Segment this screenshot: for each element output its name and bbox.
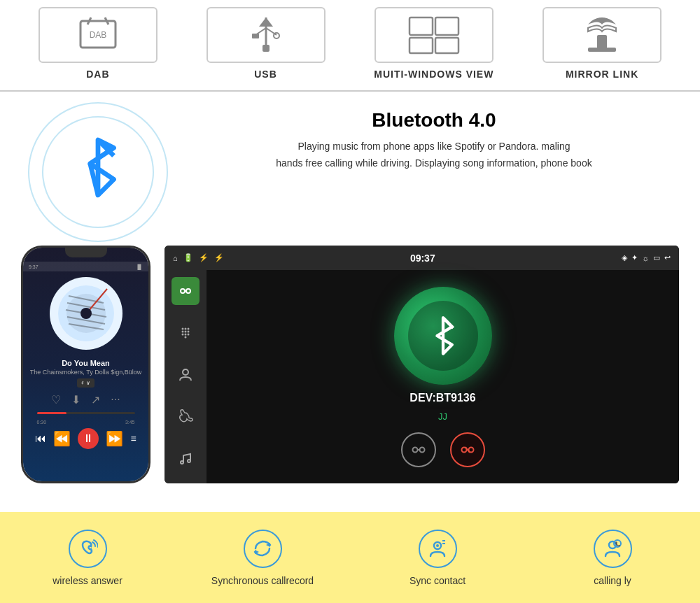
multiwindow-label: MUITI-WINDOWS VIEW <box>374 69 493 80</box>
device-sub: JJ <box>438 411 447 422</box>
phone-controls-row: ♡ ⬇ ↗ ··· <box>51 393 120 406</box>
svg-point-34 <box>185 328 187 330</box>
svg-point-36 <box>182 331 184 333</box>
usb-status-icon: ⚡ <box>199 253 209 262</box>
bluetooth-title: Bluetooth 4.0 <box>189 109 679 132</box>
bt-logo-container <box>42 109 154 235</box>
bottom-features-section: wireless answer Synchronous callrecord S… <box>0 512 700 603</box>
svg-point-41 <box>188 334 190 336</box>
menu-icon: ≡ <box>130 433 136 444</box>
icon-item-mirrorlink: MIRROR LINK <box>542 7 662 80</box>
svg-point-30 <box>181 289 185 293</box>
mirrorlink-icon-box <box>542 7 662 63</box>
svg-point-35 <box>188 328 190 330</box>
usb-label: USB <box>254 69 277 80</box>
phone-song-title: Do You Mean <box>62 359 110 367</box>
svg-rect-13 <box>410 38 433 53</box>
svg-point-45 <box>188 460 190 462</box>
svg-point-42 <box>185 336 187 339</box>
car-status-left: ⌂ 🔋 ⚡ ⚡ <box>173 253 224 262</box>
svg-point-37 <box>185 331 187 333</box>
car-screen: ⌂ 🔋 ⚡ ⚡ 09:37 ◈ ✦ ☼ ▭ ↩ <box>164 246 679 483</box>
next-icon: ⏩ <box>106 430 123 447</box>
multiwindow-icon-box <box>374 7 493 63</box>
bt-disconnect-button[interactable] <box>450 432 485 467</box>
bluetooth-icon <box>70 136 126 208</box>
phone-mockup: 9:37▐▌ <box>21 246 150 483</box>
sidebar-call-icon[interactable] <box>172 403 200 431</box>
svg-marker-5 <box>259 17 273 27</box>
car-main-display: DEV:BT9136 JJ <box>206 270 679 483</box>
demo-section: 9:37▐▌ <box>0 235 700 483</box>
feature-calling-ly: 📞 calling ly <box>536 530 690 586</box>
back-icon: ↩ <box>664 253 671 262</box>
bt-green-circle <box>394 287 492 385</box>
phone-tag: ♯ ∨ <box>77 378 94 388</box>
svg-line-46 <box>443 318 454 328</box>
wireless-answer-label: wireless answer <box>52 575 122 586</box>
play-pause-icon: ⏸ <box>78 428 99 449</box>
svg-rect-12 <box>435 17 458 35</box>
dab-label: DAB <box>86 69 109 80</box>
bt-action-buttons <box>401 432 485 467</box>
home-icon: ⌂ <box>173 254 178 262</box>
brightness-icon: ☼ <box>642 254 649 262</box>
svg-rect-11 <box>410 17 433 35</box>
calling-ly-label: calling ly <box>594 575 631 586</box>
car-status-bar: ⌂ 🔋 ⚡ ⚡ 09:37 ◈ ✦ ☼ ▭ ↩ <box>164 246 679 270</box>
svg-text:DAB: DAB <box>90 30 107 40</box>
svg-rect-16 <box>588 48 616 52</box>
feature-sync-contact: Sync contact <box>360 530 514 586</box>
battery-icon: 🔋 <box>183 253 193 262</box>
bt-white-icon <box>408 301 478 371</box>
svg-point-39 <box>182 334 184 336</box>
top-icons-section: DAB DAB USB MUITI <box>0 0 700 92</box>
phone-progress-fill <box>37 412 66 414</box>
bt-status-icon: ✦ <box>631 253 638 262</box>
svg-point-57 <box>436 544 439 547</box>
bt-pair-button[interactable] <box>401 432 436 467</box>
phone-notch <box>65 248 107 257</box>
skip-back-icon: ⏮ <box>35 432 46 445</box>
svg-rect-14 <box>435 38 458 53</box>
sidebar-contacts-icon[interactable] <box>172 361 200 389</box>
car-time: 09:37 <box>410 253 435 264</box>
svg-point-47 <box>412 447 417 452</box>
heart-icon: ♡ <box>51 393 61 406</box>
wireless-answer-icon <box>69 530 107 568</box>
car-status-right: ◈ ✦ ☼ ▭ ↩ <box>622 253 671 262</box>
location-icon: ◈ <box>622 253 627 262</box>
sync-callrecord-icon <box>244 530 282 568</box>
calling-ly-icon: 📞 <box>594 530 632 568</box>
sidebar-link-icon[interactable] <box>172 277 200 305</box>
icon-item-dab: DAB DAB <box>38 7 158 80</box>
svg-point-29 <box>80 308 92 319</box>
phone-screen: 9:37▐▌ <box>23 248 148 481</box>
bt-info: Bluetooth 4.0 Playing music from phone a… <box>189 109 679 172</box>
usb2-status-icon: ⚡ <box>214 253 224 262</box>
prev-icon: ⏪ <box>53 430 71 447</box>
icon-item-multiwindow: MUITI-WINDOWS VIEW <box>374 7 493 80</box>
feature-wireless-answer: wireless answer <box>10 530 164 586</box>
sidebar-music-icon[interactable] <box>172 445 200 473</box>
svg-rect-10 <box>262 45 270 52</box>
phone-progress-bar <box>37 412 135 414</box>
icon-item-usb: USB <box>206 7 326 80</box>
download-icon: ⬇ <box>71 393 80 406</box>
car-body: DEV:BT9136 JJ <box>164 270 679 483</box>
sync-contact-icon <box>419 530 457 568</box>
device-name: DEV:BT9136 <box>410 392 475 404</box>
screen-icon: ▭ <box>653 253 660 262</box>
sync-contact-label: Sync contact <box>410 575 465 586</box>
bluetooth-desc: Playing music from phone apps like Spoti… <box>189 139 679 172</box>
more-icon: ··· <box>111 393 120 406</box>
svg-text:📞: 📞 <box>615 541 621 547</box>
svg-point-31 <box>186 289 190 293</box>
svg-point-44 <box>181 461 183 464</box>
mirrorlink-label: MIRROR LINK <box>566 69 638 80</box>
bt-desc-line1: Playing music from phone apps like Spoti… <box>298 141 570 152</box>
sidebar-dialpad-icon[interactable] <box>172 319 200 347</box>
sync-callrecord-label: Synchronous callrecord <box>211 575 314 586</box>
phone-artist: The Chainsmokers, Ty Dolla $ign,Bülow <box>30 369 141 376</box>
bt-desc-line2: hands free calling while driving. Displa… <box>276 157 592 169</box>
